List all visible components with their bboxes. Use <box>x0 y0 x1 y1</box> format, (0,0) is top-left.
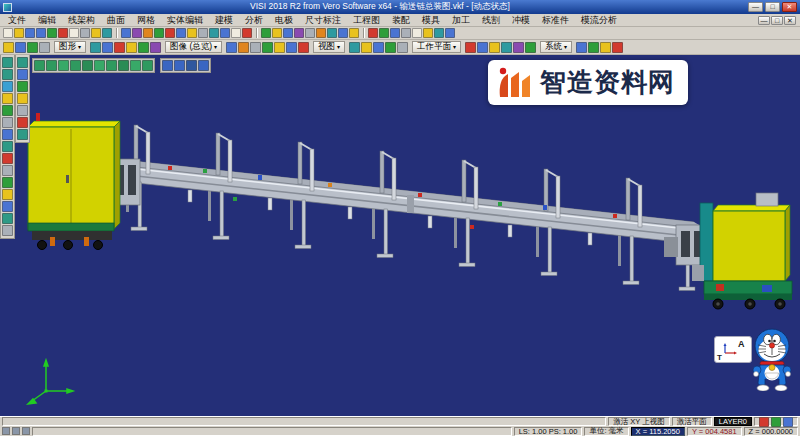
viewport-3d[interactable]: 智造资料网 A T <box>0 55 800 416</box>
mdi-close-button[interactable]: ✕ <box>784 16 796 25</box>
toolbar-icon[interactable] <box>143 28 153 38</box>
status-active-view[interactable]: 激活 XY 上视图 <box>608 417 670 426</box>
toolbar-icon[interactable] <box>39 42 50 53</box>
toolbar-icon[interactable] <box>238 42 249 53</box>
menu-item[interactable]: 线架构 <box>62 14 101 27</box>
toolbar-dropdown-graphics[interactable]: 图形▾ <box>54 41 86 53</box>
toolbar-icon[interactable] <box>525 42 536 53</box>
toolbar-icon[interactable] <box>412 28 422 38</box>
toolbar-icon[interactable] <box>198 60 209 71</box>
toolbar-icon[interactable] <box>91 28 101 38</box>
toolbar-icon[interactable] <box>69 28 79 38</box>
toolbar-icon[interactable] <box>3 28 13 38</box>
toolbar-icon[interactable] <box>612 42 623 53</box>
toolbar-icon[interactable] <box>379 28 389 38</box>
toolbar-icon[interactable] <box>2 225 13 236</box>
toolbar-icon[interactable] <box>390 28 400 38</box>
close-button[interactable]: ✕ <box>782 2 797 12</box>
toolbar-icon[interactable] <box>220 28 230 38</box>
toolbar-icon[interactable] <box>2 153 13 164</box>
toolbar-icon[interactable] <box>262 42 273 53</box>
menu-item[interactable]: 分析 <box>239 14 269 27</box>
toolbar-icon[interactable] <box>2 117 13 128</box>
toolbar-icon[interactable] <box>47 28 57 38</box>
menu-item[interactable]: 文件 <box>2 14 32 27</box>
status-tool-icon[interactable] <box>2 427 10 435</box>
maximize-button[interactable]: □ <box>765 2 780 12</box>
toolbar-icon[interactable] <box>759 417 769 427</box>
toolbar-icon[interactable] <box>338 28 348 38</box>
toolbar-icon[interactable] <box>286 42 297 53</box>
menu-item[interactable]: 模具 <box>416 14 446 27</box>
toolbar-icon[interactable] <box>231 28 241 38</box>
toolbar-icon[interactable] <box>132 28 142 38</box>
menu-item[interactable]: 工程图 <box>347 14 386 27</box>
toolbar-icon[interactable] <box>176 28 186 38</box>
toolbar-icon[interactable] <box>90 42 101 53</box>
toolbar-icon[interactable] <box>385 42 396 53</box>
toolbar-icon[interactable] <box>34 60 45 71</box>
toolbar-icon[interactable] <box>17 93 28 104</box>
toolbar-icon[interactable] <box>316 28 326 38</box>
toolbar-icon[interactable] <box>2 177 13 188</box>
toolbar-icon[interactable] <box>272 28 282 38</box>
right-cabinet[interactable] <box>692 193 792 309</box>
toolbar-icon[interactable] <box>298 42 309 53</box>
toolbar-icon[interactable] <box>397 42 408 53</box>
toolbar-icon[interactable] <box>165 28 175 38</box>
toolbar-icon[interactable] <box>434 28 444 38</box>
menu-item[interactable]: 标准件 <box>536 14 575 27</box>
toolbar-icon[interactable] <box>2 93 13 104</box>
status-active-plane[interactable]: 激活平面 <box>672 417 712 426</box>
toolbar-icon[interactable] <box>130 60 141 71</box>
toolbar-icon[interactable] <box>588 42 599 53</box>
toolbar-icon[interactable] <box>274 42 285 53</box>
toolbar-icon[interactable] <box>17 105 28 116</box>
menu-item[interactable]: 电极 <box>269 14 299 27</box>
toolbar-icon[interactable] <box>2 213 13 224</box>
toolbar-icon[interactable] <box>226 42 237 53</box>
toolbar-icon[interactable] <box>423 28 433 38</box>
menu-item[interactable]: 尺寸标注 <box>299 14 347 27</box>
orientation-widget[interactable]: A T <box>714 336 752 363</box>
toolbar-icon[interactable] <box>14 28 24 38</box>
menu-item[interactable]: 曲面 <box>101 14 131 27</box>
toolbar-icon[interactable] <box>305 28 315 38</box>
toolbar-icon[interactable] <box>150 42 161 53</box>
toolbar-icon[interactable] <box>2 201 13 212</box>
toolbar-icon[interactable] <box>17 81 28 92</box>
toolbar-icon[interactable] <box>445 28 455 38</box>
menu-item[interactable]: 建模 <box>209 14 239 27</box>
toolbar-icon[interactable] <box>771 417 781 427</box>
toolbar-dropdown-workplane[interactable]: 工作平面▾ <box>412 41 461 53</box>
menu-item[interactable]: 网格 <box>131 14 161 27</box>
toolbar-icon[interactable] <box>2 189 13 200</box>
toolbar-icon[interactable] <box>242 28 252 38</box>
toolbar-icon[interactable] <box>361 42 372 53</box>
toolbar-icon[interactable] <box>106 60 117 71</box>
toolbar-icon[interactable] <box>489 42 500 53</box>
toolbar-icon[interactable] <box>102 42 113 53</box>
toolbar-icon[interactable] <box>80 28 90 38</box>
toolbar-dropdown-system[interactable]: 系统▾ <box>540 41 572 53</box>
mdi-restore-button[interactable]: □ <box>771 16 783 25</box>
toolbar-icon[interactable] <box>3 42 14 53</box>
toolbar-icon[interactable] <box>783 417 793 427</box>
toolbar-icon[interactable] <box>2 165 13 176</box>
toolbar-icon[interactable] <box>349 28 359 38</box>
toolbar-icon[interactable] <box>2 141 13 152</box>
menu-item[interactable]: 装配 <box>386 14 416 27</box>
toolbar-icon[interactable] <box>17 117 28 128</box>
toolbar-icon[interactable] <box>250 42 261 53</box>
cad-model-canvas[interactable] <box>0 55 800 416</box>
toolbar-icon[interactable] <box>94 60 105 71</box>
toolbar-icon[interactable] <box>198 28 208 38</box>
toolbar-icon[interactable] <box>25 28 35 38</box>
toolbar-icon[interactable] <box>162 60 173 71</box>
toolbar-icon[interactable] <box>261 28 271 38</box>
toolbar-icon[interactable] <box>126 42 137 53</box>
menu-item[interactable]: 加工 <box>446 14 476 27</box>
toolbar-icon[interactable] <box>15 42 26 53</box>
toolbar-icon[interactable] <box>327 28 337 38</box>
menu-item[interactable]: 实体编辑 <box>161 14 209 27</box>
